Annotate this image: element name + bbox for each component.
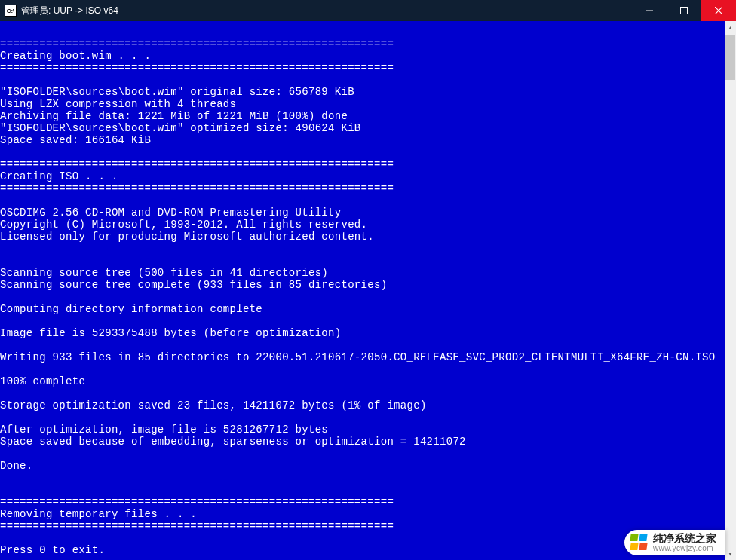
terminal-output: ========================================… <box>0 21 725 560</box>
svg-rect-1 <box>681 8 688 14</box>
window-titlebar: C:\ 管理员: UUP -> ISO v64 <box>0 0 736 21</box>
maximize-icon <box>680 7 688 14</box>
minimize-button[interactable] <box>632 0 667 21</box>
watermark-title: 纯净系统之家 <box>653 533 716 544</box>
watermark-url: www.ycwjzy.com <box>653 544 716 552</box>
watermark-badge: 纯净系统之家 www.ycwjzy.com <box>624 530 725 555</box>
console-icon: C:\ <box>5 5 17 17</box>
minimize-icon <box>646 7 653 14</box>
scroll-down-arrow-icon[interactable]: ▾ <box>725 548 736 560</box>
close-button[interactable] <box>701 0 736 21</box>
scroll-up-arrow-icon[interactable]: ▴ <box>725 21 736 33</box>
vertical-scrollbar[interactable]: ▴ ▾ <box>725 21 736 560</box>
window-title: 管理员: UUP -> ISO v64 <box>21 5 118 17</box>
close-icon <box>715 7 722 14</box>
scrollbar-thumb[interactable] <box>725 35 735 80</box>
watermark-logo-icon <box>630 534 649 552</box>
maximize-button[interactable] <box>667 0 701 21</box>
